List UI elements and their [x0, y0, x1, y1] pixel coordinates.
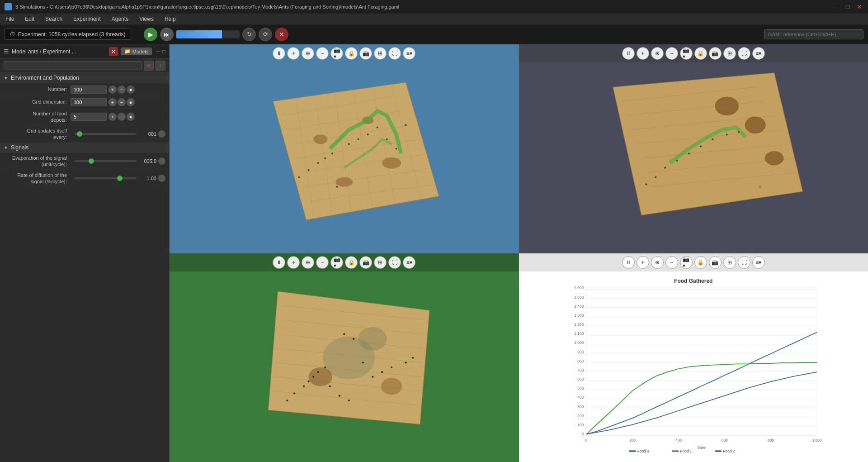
- title-bar-left: 3 Simulations - C:\Users\jb07e36\Desktop…: [5, 3, 399, 10]
- grid-btn-2[interactable]: ⊞: [723, 47, 736, 60]
- number-reset-button[interactable]: ●: [127, 86, 135, 94]
- filter-area: ✕ +: [0, 59, 169, 73]
- grid-btn-1[interactable]: ⊞: [374, 47, 387, 60]
- pause-btn-1[interactable]: ⏸: [273, 47, 285, 60]
- refresh2-button[interactable]: ⟳: [259, 28, 272, 41]
- grid-minus-button[interactable]: −: [118, 98, 126, 106]
- zoom-in-btn-1[interactable]: +: [287, 47, 300, 60]
- play-button[interactable]: ▶: [144, 28, 157, 41]
- zoom-out-btn-1[interactable]: −: [316, 47, 329, 60]
- menu-agents[interactable]: Agents: [110, 15, 130, 23]
- menu-file[interactable]: File: [4, 15, 16, 23]
- maximize-button[interactable]: □: [844, 3, 852, 11]
- refresh-button[interactable]: ↻: [242, 28, 256, 41]
- svg-point-44: [688, 152, 689, 154]
- pause-btn-3[interactable]: ⏸: [273, 256, 285, 269]
- menu-bar: File Edit Search Experiment Agents Views…: [0, 14, 868, 24]
- terrain-svg-1: [170, 44, 519, 253]
- number-controls: + − ●: [108, 86, 135, 94]
- menu-edit[interactable]: Edit: [23, 15, 36, 23]
- svg-point-22: [348, 143, 350, 145]
- food-plus-button[interactable]: +: [108, 113, 117, 121]
- fit-chart-btn[interactable]: ⛶: [738, 256, 750, 269]
- lock-btn-2[interactable]: 🔒: [694, 47, 707, 60]
- screenshot-chart-btn[interactable]: 📸: [709, 256, 722, 269]
- evaporation-slider[interactable]: [74, 160, 137, 162]
- grid-updates-slider[interactable]: [74, 133, 137, 135]
- section-env-pop[interactable]: ▼ Environment and Population: [0, 73, 169, 83]
- evaporation-reset[interactable]: [158, 157, 165, 165]
- menu-experiment[interactable]: Experiment: [71, 15, 103, 23]
- step-button[interactable]: ⏭: [160, 28, 174, 41]
- grid-plus-button[interactable]: +: [108, 98, 117, 106]
- zoom-in-chart-btn[interactable]: +: [637, 256, 649, 269]
- zoom-out-chart-btn[interactable]: −: [665, 256, 678, 269]
- menu-views[interactable]: Views: [137, 15, 156, 23]
- number-plus-button[interactable]: +: [108, 86, 117, 94]
- add-filter-button[interactable]: +: [156, 61, 165, 71]
- stop-button[interactable]: ✕: [275, 28, 288, 41]
- camera-btn-1[interactable]: 📷▾: [330, 47, 343, 60]
- screenshot-btn-3[interactable]: 📸: [359, 256, 372, 269]
- move-btn-2[interactable]: ⊕: [651, 47, 664, 60]
- svg-marker-31: [613, 73, 802, 215]
- zoom-in-btn-3[interactable]: +: [287, 256, 300, 269]
- panel-close-button[interactable]: ✕: [109, 47, 118, 56]
- grid-reset-button[interactable]: ●: [127, 98, 135, 106]
- fit-btn-3[interactable]: ⛶: [388, 256, 401, 269]
- models-tag[interactable]: 📁 Models: [121, 48, 152, 55]
- number-input[interactable]: [71, 86, 107, 94]
- fit-btn-1[interactable]: ⛶: [388, 47, 401, 60]
- diffusion-value: 1.00: [140, 176, 156, 181]
- svg-text:1 600: 1 600: [574, 286, 584, 290]
- filter-input[interactable]: [4, 61, 142, 70]
- menu-search[interactable]: Search: [43, 15, 64, 23]
- pause-btn-2[interactable]: ⏸: [622, 47, 635, 60]
- zoom-out-btn-3[interactable]: −: [316, 256, 329, 269]
- diffusion-reset[interactable]: [158, 175, 165, 182]
- grid-dim-input[interactable]: [71, 98, 107, 106]
- move-btn-1[interactable]: ⊕: [302, 47, 314, 60]
- camera-btn-3[interactable]: 📷▾: [330, 256, 343, 269]
- layers-chart-btn[interactable]: ≡▾: [752, 256, 765, 269]
- minimize-panel-icon[interactable]: ─: [156, 48, 160, 55]
- folder-icon: 📁: [124, 48, 131, 54]
- layers-btn-1[interactable]: ≡▾: [403, 47, 415, 60]
- grid-updates-reset[interactable]: [158, 130, 165, 138]
- food-depots-input[interactable]: [71, 113, 107, 121]
- close-button[interactable]: ✕: [855, 3, 863, 11]
- lock-btn-1[interactable]: 🔒: [345, 47, 358, 60]
- screenshot-btn-2[interactable]: 📸: [709, 47, 722, 60]
- svg-point-41: [764, 151, 783, 165]
- section-signals[interactable]: ▼ Signals: [0, 143, 169, 153]
- svg-point-66: [317, 371, 319, 373]
- title-bar-controls: ─ □ ✕: [832, 3, 863, 11]
- diffusion-slider[interactable]: [74, 177, 137, 179]
- zoom-out-btn-2[interactable]: −: [665, 47, 678, 60]
- grid-updates-value: 001: [140, 131, 156, 137]
- food-reset-button[interactable]: ●: [127, 113, 135, 121]
- grid-chart-btn[interactable]: ⊞: [723, 256, 736, 269]
- number-minus-button[interactable]: −: [118, 86, 126, 94]
- lock-btn-3[interactable]: 🔒: [345, 256, 358, 269]
- layers-btn-2[interactable]: ≡▾: [752, 47, 765, 60]
- move-btn-3[interactable]: ⊕: [302, 256, 314, 269]
- screenshot-btn-1[interactable]: 📸: [359, 47, 372, 60]
- pause-chart-btn[interactable]: ⏸: [622, 256, 635, 269]
- move-chart-btn[interactable]: ⊕: [651, 256, 664, 269]
- menu-help[interactable]: Help: [163, 15, 178, 23]
- minimize-button[interactable]: ─: [832, 3, 840, 11]
- lock-chart-btn[interactable]: 🔒: [694, 256, 707, 269]
- fit-btn-2[interactable]: ⛶: [738, 47, 750, 60]
- gaml-search-input[interactable]: [764, 29, 863, 39]
- camera-chart-btn[interactable]: 📷▾: [680, 256, 693, 269]
- food-minus-button[interactable]: −: [118, 113, 126, 121]
- add-icon: +: [159, 63, 162, 68]
- layers-btn-3[interactable]: ≡▾: [403, 256, 415, 269]
- clear-filter-button[interactable]: ✕: [144, 61, 154, 71]
- zoom-in-btn-2[interactable]: +: [637, 47, 649, 60]
- expand-panel-icon[interactable]: □: [162, 48, 165, 55]
- svg-text:1 500: 1 500: [574, 295, 584, 299]
- grid-btn-3[interactable]: ⊞: [374, 256, 387, 269]
- camera-btn-2[interactable]: 📷▾: [680, 47, 693, 60]
